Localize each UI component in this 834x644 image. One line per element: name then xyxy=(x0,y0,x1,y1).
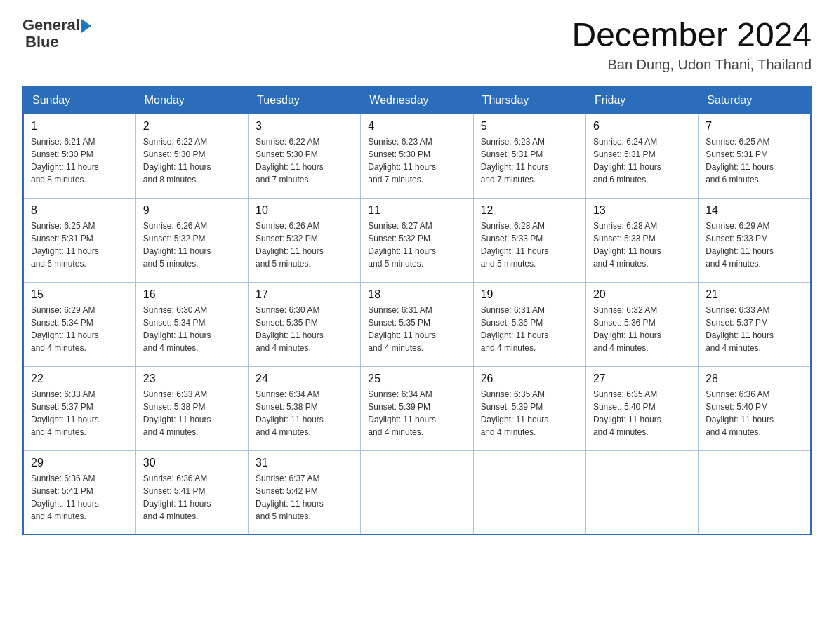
col-thursday: Thursday xyxy=(473,86,585,114)
day-info: Sunrise: 6:28 AMSunset: 5:33 PMDaylight:… xyxy=(481,220,578,270)
day-info: Sunrise: 6:34 AMSunset: 5:38 PMDaylight:… xyxy=(256,388,353,438)
day-cell-1: 1Sunrise: 6:21 AMSunset: 5:30 PMDaylight… xyxy=(23,114,135,198)
day-info: Sunrise: 6:24 AMSunset: 5:31 PMDaylight:… xyxy=(593,135,691,186)
day-cell-18: 18Sunrise: 6:31 AMSunset: 5:35 PMDayligh… xyxy=(361,282,473,366)
day-info: Sunrise: 6:22 AMSunset: 5:30 PMDaylight:… xyxy=(143,135,241,186)
day-cell-5: 5Sunrise: 6:23 AMSunset: 5:31 PMDaylight… xyxy=(473,114,585,198)
title-area: December 2024 Ban Dung, Udon Thani, Thai… xyxy=(571,17,812,73)
day-info: Sunrise: 6:26 AMSunset: 5:32 PMDaylight:… xyxy=(256,220,353,270)
day-number: 14 xyxy=(706,204,803,217)
day-info: Sunrise: 6:36 AMSunset: 5:40 PMDaylight:… xyxy=(706,388,803,438)
page-header: General Blue December 2024 Ban Dung, Udo… xyxy=(22,17,812,73)
day-cell-30: 30Sunrise: 6:36 AMSunset: 5:41 PMDayligh… xyxy=(135,450,248,535)
col-monday: Monday xyxy=(135,86,248,114)
day-cell-7: 7Sunrise: 6:25 AMSunset: 5:31 PMDaylight… xyxy=(699,114,811,198)
day-cell-31: 31Sunrise: 6:37 AMSunset: 5:42 PMDayligh… xyxy=(249,450,361,535)
day-info: Sunrise: 6:31 AMSunset: 5:35 PMDaylight:… xyxy=(368,304,465,354)
day-number: 2 xyxy=(143,120,241,133)
day-cell-29: 29Sunrise: 6:36 AMSunset: 5:41 PMDayligh… xyxy=(23,450,135,535)
day-number: 13 xyxy=(593,204,691,217)
day-cell-11: 11Sunrise: 6:27 AMSunset: 5:32 PMDayligh… xyxy=(361,198,473,282)
day-cell-28: 28Sunrise: 6:36 AMSunset: 5:40 PMDayligh… xyxy=(699,366,811,450)
col-friday: Friday xyxy=(585,86,698,114)
day-cell-16: 16Sunrise: 6:30 AMSunset: 5:34 PMDayligh… xyxy=(135,282,248,366)
day-cell-21: 21Sunrise: 6:33 AMSunset: 5:37 PMDayligh… xyxy=(699,282,811,366)
day-info: Sunrise: 6:22 AMSunset: 5:30 PMDaylight:… xyxy=(256,135,353,186)
logo-text-general: General xyxy=(22,17,80,34)
day-number: 7 xyxy=(706,120,803,133)
day-number: 26 xyxy=(481,373,578,385)
day-number: 4 xyxy=(368,120,465,133)
day-info: Sunrise: 6:28 AMSunset: 5:33 PMDaylight:… xyxy=(593,220,691,270)
day-cell-22: 22Sunrise: 6:33 AMSunset: 5:37 PMDayligh… xyxy=(23,366,135,450)
day-cell-4: 4Sunrise: 6:23 AMSunset: 5:30 PMDaylight… xyxy=(361,114,473,198)
logo: General Blue xyxy=(22,17,91,51)
day-info: Sunrise: 6:23 AMSunset: 5:30 PMDaylight:… xyxy=(368,135,465,186)
day-number: 10 xyxy=(256,204,353,217)
day-info: Sunrise: 6:35 AMSunset: 5:39 PMDaylight:… xyxy=(481,388,578,438)
day-number: 9 xyxy=(143,204,241,217)
calendar-table: Sunday Monday Tuesday Wednesday Thursday… xyxy=(22,86,812,536)
week-row-4: 22Sunrise: 6:33 AMSunset: 5:37 PMDayligh… xyxy=(23,366,811,450)
day-cell-17: 17Sunrise: 6:30 AMSunset: 5:35 PMDayligh… xyxy=(249,282,361,366)
day-info: Sunrise: 6:36 AMSunset: 5:41 PMDaylight:… xyxy=(143,472,241,523)
day-info: Sunrise: 6:33 AMSunset: 5:37 PMDaylight:… xyxy=(31,388,128,438)
day-number: 22 xyxy=(31,373,128,385)
calendar-header-row: Sunday Monday Tuesday Wednesday Thursday… xyxy=(23,86,811,114)
day-info: Sunrise: 6:21 AMSunset: 5:30 PMDaylight:… xyxy=(31,135,128,186)
day-info: Sunrise: 6:29 AMSunset: 5:34 PMDaylight:… xyxy=(31,304,128,354)
day-cell-27: 27Sunrise: 6:35 AMSunset: 5:40 PMDayligh… xyxy=(585,366,698,450)
day-number: 20 xyxy=(593,288,691,301)
day-number: 17 xyxy=(256,288,353,301)
col-saturday: Saturday xyxy=(699,86,811,114)
page-title: December 2024 xyxy=(571,17,812,54)
day-number: 8 xyxy=(31,204,128,217)
day-number: 28 xyxy=(706,373,803,385)
day-info: Sunrise: 6:34 AMSunset: 5:39 PMDaylight:… xyxy=(368,388,465,438)
page-subtitle: Ban Dung, Udon Thani, Thailand xyxy=(571,57,812,73)
empty-cell xyxy=(361,450,473,535)
day-cell-23: 23Sunrise: 6:33 AMSunset: 5:38 PMDayligh… xyxy=(135,366,248,450)
day-info: Sunrise: 6:23 AMSunset: 5:31 PMDaylight:… xyxy=(481,135,578,186)
day-cell-3: 3Sunrise: 6:22 AMSunset: 5:30 PMDaylight… xyxy=(249,114,361,198)
day-number: 21 xyxy=(706,288,803,301)
empty-cell xyxy=(699,450,811,535)
week-row-5: 29Sunrise: 6:36 AMSunset: 5:41 PMDayligh… xyxy=(23,450,811,535)
day-number: 18 xyxy=(368,288,465,301)
day-cell-8: 8Sunrise: 6:25 AMSunset: 5:31 PMDaylight… xyxy=(23,198,135,282)
day-cell-13: 13Sunrise: 6:28 AMSunset: 5:33 PMDayligh… xyxy=(585,198,698,282)
day-info: Sunrise: 6:31 AMSunset: 5:36 PMDaylight:… xyxy=(481,304,578,354)
day-cell-6: 6Sunrise: 6:24 AMSunset: 5:31 PMDaylight… xyxy=(585,114,698,198)
day-cell-12: 12Sunrise: 6:28 AMSunset: 5:33 PMDayligh… xyxy=(473,198,585,282)
day-info: Sunrise: 6:37 AMSunset: 5:42 PMDaylight:… xyxy=(256,472,353,523)
day-info: Sunrise: 6:33 AMSunset: 5:38 PMDaylight:… xyxy=(143,388,241,438)
day-info: Sunrise: 6:36 AMSunset: 5:41 PMDaylight:… xyxy=(31,472,128,523)
logo-arrow-icon xyxy=(81,19,91,33)
day-number: 19 xyxy=(481,288,578,301)
day-number: 25 xyxy=(368,373,465,385)
day-cell-10: 10Sunrise: 6:26 AMSunset: 5:32 PMDayligh… xyxy=(249,198,361,282)
day-cell-14: 14Sunrise: 6:29 AMSunset: 5:33 PMDayligh… xyxy=(699,198,811,282)
day-cell-20: 20Sunrise: 6:32 AMSunset: 5:36 PMDayligh… xyxy=(585,282,698,366)
day-info: Sunrise: 6:27 AMSunset: 5:32 PMDaylight:… xyxy=(368,220,465,270)
col-sunday: Sunday xyxy=(23,86,135,114)
day-info: Sunrise: 6:25 AMSunset: 5:31 PMDaylight:… xyxy=(31,220,128,270)
day-number: 1 xyxy=(31,120,128,133)
day-cell-19: 19Sunrise: 6:31 AMSunset: 5:36 PMDayligh… xyxy=(473,282,585,366)
day-number: 6 xyxy=(593,120,691,133)
week-row-3: 15Sunrise: 6:29 AMSunset: 5:34 PMDayligh… xyxy=(23,282,811,366)
day-cell-9: 9Sunrise: 6:26 AMSunset: 5:32 PMDaylight… xyxy=(135,198,248,282)
day-cell-2: 2Sunrise: 6:22 AMSunset: 5:30 PMDaylight… xyxy=(135,114,248,198)
day-number: 15 xyxy=(31,288,128,301)
day-number: 27 xyxy=(593,373,691,385)
col-wednesday: Wednesday xyxy=(361,86,473,114)
day-info: Sunrise: 6:25 AMSunset: 5:31 PMDaylight:… xyxy=(706,135,803,186)
day-cell-24: 24Sunrise: 6:34 AMSunset: 5:38 PMDayligh… xyxy=(249,366,361,450)
day-number: 29 xyxy=(31,457,128,469)
day-info: Sunrise: 6:30 AMSunset: 5:35 PMDaylight:… xyxy=(256,304,353,354)
day-number: 30 xyxy=(143,457,241,469)
day-number: 31 xyxy=(256,457,353,469)
day-number: 11 xyxy=(368,204,465,217)
day-number: 23 xyxy=(143,373,241,385)
day-cell-26: 26Sunrise: 6:35 AMSunset: 5:39 PMDayligh… xyxy=(473,366,585,450)
